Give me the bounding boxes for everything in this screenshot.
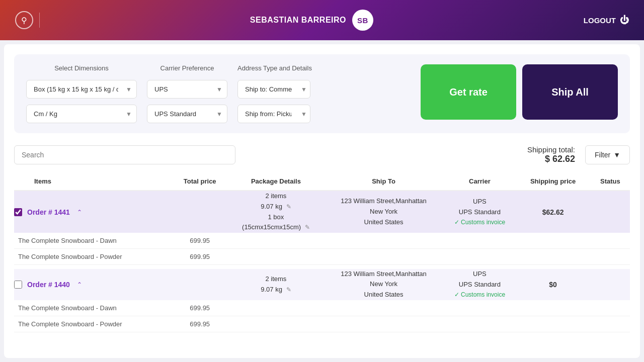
- col-items: Items: [14, 172, 172, 191]
- order-status-cell: [591, 191, 630, 233]
- item-price: 699.95: [172, 316, 228, 332]
- item-name: The Complete Snowboard - Powder: [14, 249, 172, 265]
- list-item: The Complete Snowboard - Dawn 699.95: [14, 300, 630, 316]
- col-total-price: Total price: [172, 172, 228, 191]
- order-carrier-cell: UPSUPS Standard ✓ Customs invoice: [444, 191, 515, 233]
- order-total-cell: [172, 269, 228, 300]
- carrier-label: Carrier Preference: [147, 64, 227, 72]
- filter-right: Shipping total: $ 62.62 Filter ▼: [527, 145, 630, 164]
- col-carrier: Carrier: [444, 172, 515, 191]
- unit-select-wrapper: Cm / Kg ▼: [26, 105, 137, 123]
- col-package-details: Package Details: [228, 172, 324, 191]
- orders-table: Items Total price Package Details Ship T…: [14, 172, 630, 332]
- avatar: SB: [352, 10, 373, 31]
- item-name: The Complete Snowboard - Dawn: [14, 300, 172, 316]
- edit-weight-icon[interactable]: ✎: [286, 203, 291, 210]
- col-ship-to: Ship To: [324, 172, 444, 191]
- dimension-select[interactable]: Box (15 kg x 15 kg x 15 kg / cm): [26, 80, 137, 99]
- ship-to-wrapper: Ship to: Commercial ▼: [237, 80, 312, 99]
- header-left: ⚲: [15, 11, 40, 29]
- address-section: Address Type and Details Ship to: Commer…: [237, 64, 312, 123]
- package-details: 2 items 9.07 kg ✎: [228, 274, 324, 295]
- orders-tbody: Order # 1441 ⌃ 2 items 9.07 kg ✎ 1 box(1…: [14, 191, 630, 332]
- order-package-cell: 2 items 9.07 kg ✎ 1 box(15cmx15cmx15cm) …: [228, 191, 324, 233]
- item-price: 699.95: [172, 233, 228, 249]
- ship-from-wrapper: Ship from: Pickup ▼: [237, 105, 312, 123]
- filter-chevron-icon: ▼: [613, 151, 620, 159]
- main-content: Select Dimensions Box (15 kg x 15 kg x 1…: [4, 44, 640, 358]
- power-icon: ⏻: [620, 15, 629, 26]
- order-items-cell: Order # 1441 ⌃: [14, 191, 172, 233]
- order-items-cell: Order # 1440 ⌃: [14, 269, 172, 300]
- item-price: 699.95: [172, 300, 228, 316]
- search-input[interactable]: [14, 145, 235, 164]
- row-divider: [14, 265, 630, 269]
- carrier-select[interactable]: UPS: [147, 80, 227, 99]
- order-ship-to-cell: 123 William Street,ManhattanNew YorkUnit…: [324, 269, 444, 300]
- order-package-cell: 2 items 9.07 kg ✎: [228, 269, 324, 300]
- order-total-cell: [172, 191, 228, 233]
- search-box: [14, 145, 235, 164]
- ship-from-select[interactable]: Ship from: Pickup: [237, 105, 310, 123]
- table-header: Items Total price Package Details Ship T…: [14, 172, 630, 191]
- order-price-cell: $62.62: [516, 191, 591, 233]
- order-carrier-cell: UPSUPS Standard ✓ Customs invoice: [444, 269, 515, 300]
- shipping-total-amount: $ 62.62: [527, 154, 575, 164]
- ship-all-button[interactable]: Ship All: [522, 64, 618, 120]
- order-status-cell: [591, 269, 630, 300]
- order-id-link[interactable]: Order # 1441: [27, 208, 70, 216]
- customs-badge: ✓ Customs invoice: [444, 290, 515, 300]
- customs-badge: ✓ Customs invoice: [444, 218, 515, 227]
- logout-label: LOGOUT: [584, 16, 616, 25]
- ship-to-select[interactable]: Ship to: Commercial: [237, 80, 310, 99]
- filter-button[interactable]: Filter ▼: [585, 145, 630, 164]
- order-ship-to-cell: 123 William Street,ManhattanNew YorkUnit…: [324, 191, 444, 233]
- dimensions-label: Select Dimensions: [26, 64, 137, 72]
- header-user: SEBASTIAN BARREIRO SB: [250, 10, 373, 31]
- unit-select[interactable]: Cm / Kg: [26, 105, 137, 123]
- col-status: Status: [591, 172, 630, 191]
- col-shipping-price: Shipping price: [516, 172, 591, 191]
- list-item: The Complete Snowboard - Powder 699.95: [14, 316, 630, 332]
- filter-label: Filter: [595, 151, 610, 159]
- header-divider: [39, 13, 40, 28]
- ship-to-details: 123 William Street,ManhattanNew YorkUnit…: [324, 196, 444, 227]
- order-id-link[interactable]: Order # 1440: [27, 281, 70, 289]
- search-icon[interactable]: ⚲: [15, 11, 33, 29]
- config-panel: Select Dimensions Box (15 kg x 15 kg x 1…: [14, 54, 630, 133]
- carrier2-select-wrapper: UPS Standard ▼: [147, 105, 227, 123]
- get-rate-button[interactable]: Get rate: [421, 64, 516, 120]
- list-item: The Complete Snowboard - Dawn 699.95: [14, 233, 630, 249]
- order-checkbox[interactable]: [14, 208, 22, 216]
- item-name: The Complete Snowboard - Dawn: [14, 233, 172, 249]
- order-checkbox[interactable]: [14, 281, 22, 289]
- expand-icon[interactable]: ⌃: [77, 281, 82, 288]
- package-details: 2 items 9.07 kg ✎ 1 box(15cmx15cmx15cm) …: [228, 191, 324, 233]
- search-filter-row: Shipping total: $ 62.62 Filter ▼: [14, 145, 630, 164]
- edit-weight-icon[interactable]: ✎: [286, 286, 291, 293]
- carrier-details: UPSUPS Standard ✓ Customs invoice: [444, 269, 515, 300]
- ship-to-details: 123 William Street,ManhattanNew YorkUnit…: [324, 269, 444, 300]
- shipping-total: Shipping total: $ 62.62: [527, 145, 575, 164]
- carrier2-select[interactable]: UPS Standard: [147, 105, 227, 123]
- logout-button[interactable]: LOGOUT ⏻: [584, 15, 629, 26]
- address-label: Address Type and Details: [237, 64, 312, 72]
- order-price-cell: $0: [516, 269, 591, 300]
- dimension-select-wrapper: Box (15 kg x 15 kg x 15 kg / cm) ▼: [26, 80, 137, 99]
- item-name: The Complete Snowboard - Powder: [14, 316, 172, 332]
- order-row: Order # 1440 ⌃ 2 items 9.07 kg ✎ 123 Wil…: [14, 269, 630, 300]
- item-price: 699.95: [172, 249, 228, 265]
- user-name-label: SEBASTIAN BARREIRO: [250, 16, 346, 25]
- shipping-total-label: Shipping total:: [527, 145, 575, 154]
- edit-box-icon[interactable]: ✎: [305, 224, 310, 231]
- order-row: Order # 1441 ⌃ 2 items 9.07 kg ✎ 1 box(1…: [14, 191, 630, 233]
- dimensions-section: Select Dimensions Box (15 kg x 15 kg x 1…: [26, 64, 137, 123]
- carrier-select-wrapper: UPS ▼: [147, 80, 227, 99]
- carrier-details: UPSUPS Standard ✓ Customs invoice: [444, 197, 515, 227]
- list-item: The Complete Snowboard - Powder 699.95: [14, 249, 630, 265]
- expand-icon[interactable]: ⌃: [77, 209, 82, 216]
- carrier-section: Carrier Preference UPS ▼ UPS Standard ▼: [147, 64, 227, 123]
- header: ⚲ SEBASTIAN BARREIRO SB LOGOUT ⏻: [0, 0, 644, 40]
- action-buttons: Get rate Ship All: [421, 64, 618, 120]
